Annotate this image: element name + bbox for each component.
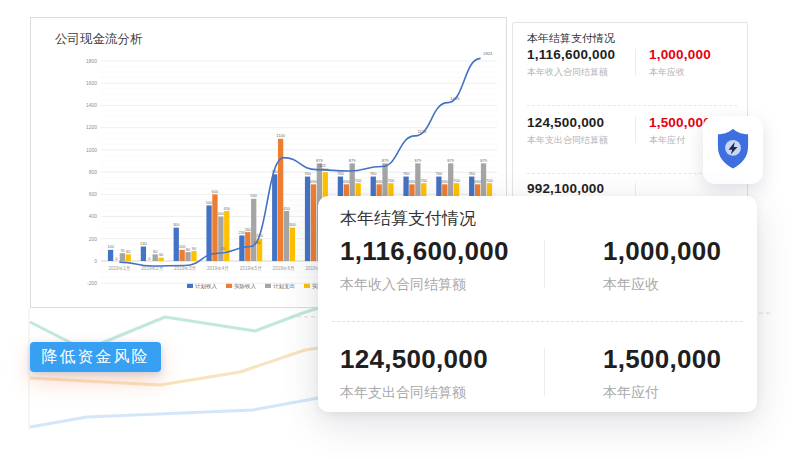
- svg-text:800: 800: [89, 169, 98, 175]
- dashed-divider: [332, 321, 743, 322]
- svg-text:90: 90: [192, 246, 197, 251]
- popup-receivable-label: 本年应收: [603, 276, 721, 294]
- svg-text:100: 100: [107, 244, 114, 249]
- svg-text:260: 260: [244, 227, 251, 232]
- svg-text:760: 760: [370, 171, 377, 176]
- svg-text:0: 0: [94, 258, 97, 264]
- svg-text:822: 822: [319, 163, 327, 168]
- panel-row-income: 1,116,600,000 本年收入合同结算额 1,000,000 本年应收: [527, 47, 737, 87]
- balance-value: 992,100,000: [527, 181, 737, 196]
- popup-payable-label: 本年应付: [603, 384, 721, 402]
- svg-text:760: 760: [468, 171, 475, 176]
- settlement-popup-card: 本年结算支付情况 1,116,600,000 本年收入合同结算额 1,000,0…: [318, 196, 757, 412]
- svg-text:760: 760: [304, 171, 311, 176]
- svg-text:879: 879: [382, 158, 389, 163]
- svg-text:1000: 1000: [86, 147, 97, 153]
- svg-text:计划支出: 计划支出: [273, 283, 295, 290]
- chart-title: 公司现金流分析: [55, 31, 143, 48]
- svg-text:2019年1月: 2019年1月: [108, 266, 130, 272]
- svg-text:879: 879: [447, 158, 454, 163]
- svg-text:1800: 1800: [86, 58, 97, 64]
- svg-text:130: 130: [253, 240, 261, 245]
- svg-text:60: 60: [126, 249, 131, 254]
- receivable-value: 1,000,000: [649, 47, 711, 62]
- divider: [544, 348, 545, 396]
- svg-text:2019年5月: 2019年5月: [240, 266, 262, 272]
- svg-text:1126: 1126: [417, 129, 427, 134]
- svg-text:2019年3月: 2019年3月: [174, 266, 196, 272]
- svg-text:700: 700: [453, 178, 460, 183]
- svg-text:2019年4月: 2019年4月: [207, 266, 229, 272]
- svg-text:300: 300: [289, 222, 296, 227]
- svg-text:690: 690: [343, 179, 350, 184]
- payable-label: 本年应付: [649, 134, 711, 147]
- svg-text:200: 200: [89, 236, 98, 242]
- svg-text:760: 760: [403, 171, 410, 176]
- svg-text:1600: 1600: [86, 80, 97, 86]
- svg-text:实际收入: 实际收入: [234, 283, 257, 290]
- svg-text:450: 450: [223, 206, 230, 211]
- svg-text:700: 700: [486, 178, 493, 183]
- svg-text:1425: 1425: [450, 96, 460, 101]
- svg-text:130: 130: [140, 241, 147, 246]
- svg-text:879: 879: [349, 158, 356, 163]
- divider: [635, 117, 636, 143]
- svg-text:400: 400: [89, 213, 98, 219]
- svg-text:70: 70: [120, 248, 125, 253]
- popup-row-income: 1,116,600,000 本年收入合同结算额 1,000,000 本年应收: [340, 236, 741, 294]
- svg-text:879: 879: [415, 158, 422, 163]
- svg-text:60: 60: [153, 249, 158, 254]
- svg-text:70: 70: [220, 246, 225, 251]
- svg-text:690: 690: [376, 179, 383, 184]
- svg-text:0: 0: [115, 256, 118, 261]
- shield-lightning-icon: [711, 126, 755, 174]
- risk-reduction-badge[interactable]: 降低资金风险: [30, 342, 161, 372]
- svg-text:690: 690: [441, 179, 448, 184]
- svg-text:450: 450: [283, 206, 290, 211]
- svg-text:计划收入: 计划收入: [195, 283, 218, 289]
- security-shield-card[interactable]: [703, 116, 763, 184]
- svg-text:690: 690: [310, 179, 317, 184]
- svg-text:0: 0: [148, 256, 151, 261]
- payable-value: 1,500,000: [649, 115, 711, 130]
- svg-text:600: 600: [89, 191, 98, 197]
- receivable-label: 本年应收: [649, 66, 711, 79]
- divider: [544, 240, 545, 288]
- svg-text:1200: 1200: [86, 124, 97, 130]
- svg-text:30: 30: [159, 252, 164, 257]
- popup-title: 本年结算支付情况: [340, 207, 476, 230]
- svg-text:80: 80: [186, 247, 191, 252]
- svg-text:690: 690: [474, 179, 481, 184]
- svg-text:700: 700: [388, 178, 395, 183]
- svg-text:600: 600: [212, 189, 219, 194]
- svg-text:1400: 1400: [86, 102, 97, 108]
- panel-title: 本年结算支付情况: [527, 31, 615, 46]
- popup-receivable-value: 1,000,000: [603, 236, 721, 267]
- svg-text:560: 560: [250, 193, 257, 198]
- svg-text:400: 400: [218, 211, 225, 216]
- svg-text:760: 760: [337, 171, 344, 176]
- dashed-divider: [527, 105, 737, 106]
- popup-payable-value: 1,500,000: [603, 344, 721, 375]
- popup-row-expense: 124,500,000 本年支出合同结算额 1,500,000 本年应付: [340, 344, 741, 402]
- svg-text:-200: -200: [87, 280, 97, 286]
- svg-text:760: 760: [436, 171, 443, 176]
- dashboard-screenshot: 公司现金流分析 -2000200400600800100012001400160…: [0, 0, 792, 459]
- divider: [635, 49, 636, 75]
- svg-text:1100: 1100: [276, 133, 285, 138]
- svg-text:2019年6月: 2019年6月: [273, 266, 295, 272]
- svg-text:700: 700: [355, 178, 362, 183]
- svg-text:690: 690: [409, 179, 416, 184]
- svg-text:300: 300: [173, 222, 180, 227]
- svg-text:879: 879: [480, 158, 487, 163]
- svg-text:1824: 1824: [483, 51, 493, 56]
- svg-text:500: 500: [206, 200, 213, 205]
- svg-text:700: 700: [420, 178, 427, 183]
